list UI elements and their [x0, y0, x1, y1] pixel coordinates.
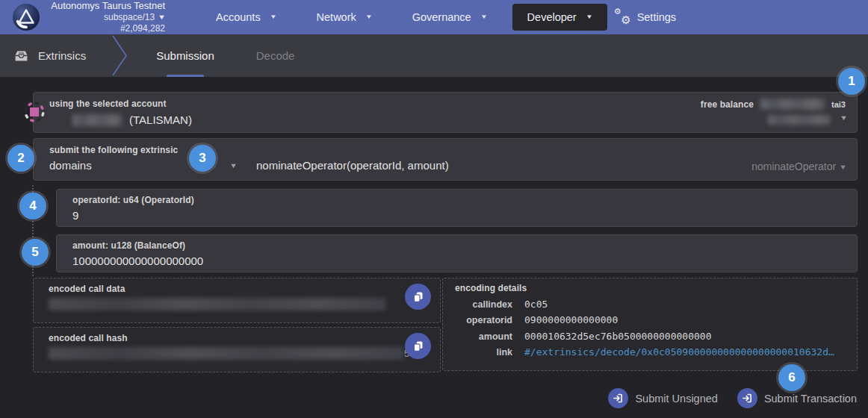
copy-icon [412, 340, 424, 352]
annotation-step-2: 2 [7, 145, 34, 172]
sign-in-icon [737, 388, 757, 408]
account-identicon [23, 101, 46, 123]
detail-row-amount: amount 000010632d5ec76b0500000000000000 [455, 331, 846, 342]
chevron-down-icon [365, 13, 373, 20]
extrinsic-select: submit the following extrinsic domains n… [33, 138, 858, 181]
param-operatorid-input[interactable]: operatorId: u64 (OperatorId) 9 [56, 189, 858, 227]
chevron-down-icon [480, 13, 488, 20]
gear-icon: ⚙⚙ [615, 10, 631, 25]
redacted-secondary-balance [768, 115, 831, 125]
encoding-details-title: encoding details [455, 283, 527, 293]
block-number: #2,094,282 [49, 23, 165, 34]
detail-row-link: link #/extrinsics/decode/0x0c05090000000… [455, 346, 846, 358]
encoded-call-data-label: encoded call data [49, 284, 125, 294]
redacted-balance-value [760, 99, 825, 110]
extrinsics-inbox-icon [13, 48, 29, 63]
encoded-call-data-box: encoded call data [33, 278, 441, 323]
token-unit: tai3 [831, 100, 846, 109]
copy-call-hash-button[interactable] [405, 333, 431, 359]
annotation-step-5: 5 [22, 239, 49, 266]
redacted-call-data [49, 298, 386, 311]
submit-unsigned-button[interactable]: Submit Unsigned [608, 388, 717, 408]
detail-row-callindex: callindex 0c05 [455, 299, 846, 310]
annotation-step-1: 1 [838, 68, 865, 95]
main-nav: Accounts Network Governance Developer [201, 4, 607, 31]
submit-transaction-button[interactable]: Submit Transaction [737, 388, 857, 408]
param-operatorid-label: operatorId: u64 (OperatorId) [72, 195, 194, 205]
redacted-account-name [72, 114, 122, 126]
method-dropdown-chevron-icon [839, 163, 847, 171]
detail-row-operatorid: operatorid 0900000000000000 [455, 314, 846, 325]
sign-in-icon [608, 388, 628, 408]
encoding-details-box: encoding details callindex 0c05 operator… [442, 278, 858, 371]
runtime-version[interactable]: subspace/13 [49, 12, 165, 23]
account-select-label: using the selected account [49, 99, 167, 109]
breadcrumb-chevron-icon [110, 34, 129, 77]
param-operatorid-value[interactable]: 9 [72, 209, 78, 222]
tab-submission[interactable]: Submission [135, 34, 235, 77]
nav-item-governance[interactable]: Governance [397, 4, 502, 31]
free-balance-label: free balance [701, 99, 754, 110]
nav-item-developer[interactable]: Developer [512, 4, 607, 31]
chevron-down-icon [586, 13, 593, 20]
chain-title: Autonomys Taurus Testnet [49, 0, 165, 12]
action-buttons: Submit Unsigned Submit Transaction [608, 388, 857, 408]
tab-bar: Extrinsics Submission Decode [0, 34, 868, 77]
active-tab-underline [167, 75, 204, 77]
account-select[interactable]: using the selected account (TALISMAN) fr… [33, 92, 858, 133]
annotation-step-3: 3 [189, 145, 216, 172]
annotation-step-4: 4 [19, 193, 46, 219]
pallet-dropdown-chevron-icon[interactable] [229, 162, 238, 169]
decode-link[interactable]: #/extrinsics/decode/0x0c0509000000000000… [524, 346, 834, 358]
tab-decode[interactable]: Decode [235, 34, 316, 77]
encoded-call-hash-box: encoded call hash 5… [33, 327, 441, 372]
nav-item-network[interactable]: Network [302, 4, 387, 31]
chevron-down-icon [158, 13, 166, 22]
account-dropdown-chevron-icon[interactable] [840, 114, 848, 122]
copy-call-data-button[interactable] [405, 284, 431, 310]
param-amount-input[interactable]: amount: u128 (BalanceOf) 100000000000000… [56, 234, 858, 272]
pallet-dropdown[interactable]: domains [49, 159, 92, 172]
autonomys-logo-icon[interactable] [12, 3, 40, 31]
extrinsic-select-label: submit the following extrinsic [49, 145, 178, 155]
copy-icon [412, 290, 424, 303]
chain-info[interactable]: Autonomys Taurus Testnet subspace/13 #2,… [49, 0, 165, 34]
param-amount-value[interactable]: 100000000000000000000 [72, 255, 203, 267]
method-signature: nominateOperator(operatorId, amount) [256, 159, 449, 172]
annotation-step-6: 6 [778, 364, 805, 391]
account-source: (TALISMAN) [129, 113, 192, 126]
chevron-down-icon [270, 13, 277, 20]
extrinsics-page: Autonomys Taurus Testnet subspace/13 #2,… [0, 0, 868, 418]
settings-button[interactable]: ⚙⚙ Settings [615, 10, 676, 25]
app-title: Extrinsics [38, 49, 86, 62]
method-dropdown[interactable]: nominateOperator [751, 160, 846, 172]
nav-item-accounts[interactable]: Accounts [201, 4, 291, 31]
param-amount-label: amount: u128 (BalanceOf) [72, 240, 185, 251]
encoded-call-hash-label: encoded call hash [49, 333, 128, 343]
redacted-call-hash [49, 347, 404, 360]
top-nav-bar: Autonomys Taurus Testnet subspace/13 #2,… [0, 0, 868, 34]
